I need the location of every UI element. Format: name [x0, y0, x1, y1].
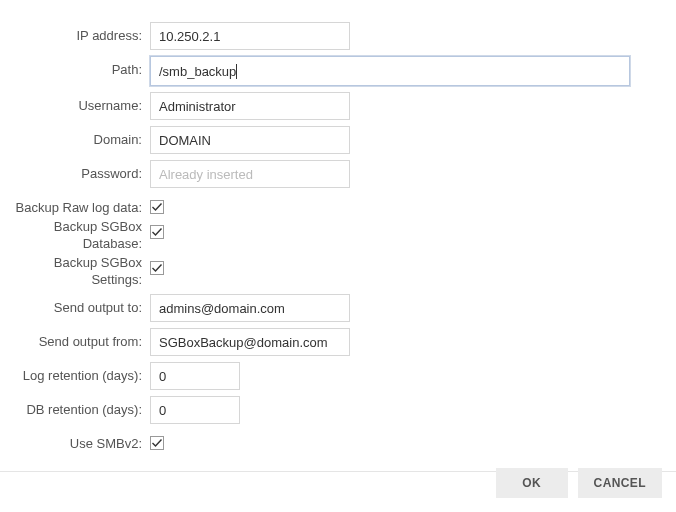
- backup-raw-checkbox[interactable]: [150, 200, 164, 214]
- log-retention-label: Log retention (days):: [0, 362, 150, 385]
- backup-db-checkbox[interactable]: [150, 225, 164, 239]
- ip-address-input[interactable]: [150, 22, 350, 50]
- username-label: Username:: [0, 92, 150, 115]
- send-output-from-input[interactable]: [150, 328, 350, 356]
- password-label: Password:: [0, 160, 150, 183]
- backup-settings-label: Backup SGBox Settings:: [0, 255, 150, 289]
- send-output-to-input[interactable]: [150, 294, 350, 322]
- backup-db-label: Backup SGBox Database:: [0, 219, 150, 253]
- path-label: Path:: [0, 56, 150, 79]
- db-retention-input[interactable]: [150, 396, 240, 424]
- domain-label: Domain:: [0, 126, 150, 149]
- send-from-label: Send output from:: [0, 328, 150, 351]
- backup-raw-label: Backup Raw log data:: [0, 194, 150, 217]
- send-to-label: Send output to:: [0, 294, 150, 317]
- db-retention-label: DB retention (days):: [0, 396, 150, 419]
- use-smbv2-checkbox[interactable]: [150, 436, 164, 450]
- ip-label: IP address:: [0, 22, 150, 45]
- path-input[interactable]: /smb_backup: [150, 56, 630, 86]
- log-retention-input[interactable]: [150, 362, 240, 390]
- username-input[interactable]: [150, 92, 350, 120]
- text-caret: [236, 64, 237, 79]
- smb-label: Use SMBv2:: [0, 430, 150, 453]
- cancel-button[interactable]: CANCEL: [578, 468, 662, 498]
- check-icon: [151, 262, 163, 274]
- check-icon: [151, 437, 163, 449]
- check-icon: [151, 226, 163, 238]
- dialog-footer: OK CANCEL: [496, 468, 662, 498]
- domain-input[interactable]: [150, 126, 350, 154]
- password-input[interactable]: [150, 160, 350, 188]
- check-icon: [151, 201, 163, 213]
- ok-button[interactable]: OK: [496, 468, 568, 498]
- backup-settings-form: IP address: Path: /smb_backup Username: …: [0, 0, 676, 453]
- backup-settings-checkbox[interactable]: [150, 261, 164, 275]
